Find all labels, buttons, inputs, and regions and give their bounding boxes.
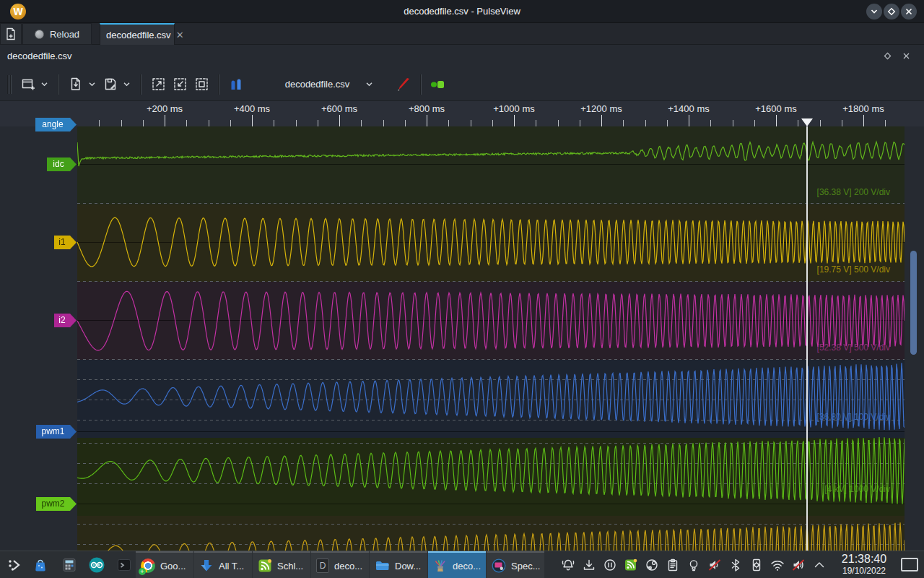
task-label: Goo... [160, 561, 186, 571]
news-feed-icon[interactable] [623, 558, 639, 572]
terminal-launcher[interactable] [116, 556, 133, 574]
download-badge-icon: + [139, 568, 146, 575]
ruler-label: +400 ms [223, 103, 281, 114]
arduino-launcher[interactable] [88, 556, 105, 574]
ruler-tick [514, 115, 515, 126]
channel-tag-i2[interactable]: i2 [54, 314, 77, 327]
task-chrome[interactable]: +Goo... [136, 551, 193, 578]
channel-tag-pwm2[interactable]: pwm2 [36, 497, 77, 511]
tab-close-icon[interactable]: ✕ [176, 30, 184, 40]
rss-feed-icon [258, 558, 272, 573]
ruler-tick [580, 120, 580, 126]
zoom-fit-button[interactable] [191, 74, 212, 95]
app-launcher-icon [6, 557, 22, 573]
ruler-tick [798, 120, 798, 126]
zoom-in-button[interactable] [147, 74, 169, 95]
ruler-tick [361, 120, 362, 126]
vertical-scrollbar[interactable] [910, 251, 917, 355]
task-folder[interactable]: Dow... [370, 551, 427, 578]
close-button[interactable] [901, 4, 917, 20]
dock-float-button[interactable] [881, 49, 894, 62]
calculator-launcher[interactable] [61, 556, 78, 574]
task-download-arrow[interactable]: All T... [194, 551, 252, 578]
titlebar: W decodedfile.csv - PulseView [0, 0, 924, 23]
discover-launcher[interactable] [32, 556, 49, 574]
open-file-dropdown[interactable] [87, 74, 97, 95]
device-name: decodedfile.csv [285, 79, 350, 90]
terminal-icon [116, 557, 132, 573]
notifications-icon[interactable] [560, 558, 576, 572]
reload-button[interactable]: Reload [22, 23, 92, 45]
tab-decodedfile[interactable]: decodedfile.csv ✕ [100, 23, 175, 45]
channel-tag-pwm1[interactable]: pwm1 [36, 425, 77, 439]
open-file-button[interactable] [65, 74, 87, 95]
downloads-icon[interactable] [581, 558, 597, 572]
device-select[interactable]: decodedfile.csv [266, 74, 393, 95]
new-view-dropdown[interactable] [39, 74, 49, 95]
ruler-tick [863, 115, 864, 126]
download-arrow-icon [199, 558, 214, 573]
trace-pwm2 [77, 437, 905, 504]
dock-close-button[interactable] [899, 49, 912, 62]
ruler-tick [383, 120, 384, 126]
volume-muted-icon[interactable] [707, 558, 723, 572]
task-document-d[interactable]: Ddeco... [311, 551, 369, 578]
ruler-tick [448, 120, 449, 126]
ruler-tick [339, 115, 340, 126]
wifi-icon[interactable] [770, 558, 785, 572]
task-spectacle[interactable]: Spec... [487, 551, 544, 578]
session-tabbar: Reload decodedfile.csv ✕ [0, 23, 924, 45]
ruler-tick [99, 120, 100, 126]
pulseview-window: W decodedfile.csv - PulseView Reload [0, 0, 924, 578]
new-session-button[interactable] [0, 23, 22, 45]
save-file-dropdown[interactable] [121, 74, 131, 95]
bluetooth-icon[interactable] [728, 558, 744, 572]
steam-icon[interactable] [644, 558, 660, 572]
channel-tag-angle[interactable]: angle [35, 118, 77, 131]
document-icon: D [316, 558, 329, 573]
kdeconnect-icon[interactable] [749, 558, 764, 572]
configure-device-button[interactable] [393, 74, 414, 95]
taskbar-clock[interactable]: 21:38:40 19/10/2022 [833, 553, 895, 576]
ruler-tick [492, 120, 493, 126]
discover-icon [32, 557, 48, 573]
cursor-marker[interactable] [801, 118, 813, 126]
channel-tag-i1[interactable]: i1 [54, 236, 77, 249]
ruler-tick [536, 120, 536, 126]
task-rss-feed[interactable]: Schl... [253, 551, 310, 578]
save-file-button[interactable] [100, 74, 121, 95]
clipboard-icon[interactable] [665, 558, 681, 572]
run-stop-button[interactable] [225, 74, 247, 95]
app-launcher-launcher[interactable] [6, 556, 23, 574]
trace-extra [77, 522, 905, 551]
ruler-label: +1000 ms [485, 103, 543, 114]
ruler-tick [318, 120, 318, 126]
show-desktop-button[interactable] [901, 558, 918, 571]
ruler-tick [165, 115, 165, 126]
minimize-button[interactable] [866, 4, 882, 20]
chevron-down-icon [870, 7, 879, 16]
trace-view[interactable]: [36.38 V] 200 V/div[19.75 V] 500 V/div[5… [77, 126, 905, 551]
taskbar: +Goo...All T...Schl...Ddeco...Dow...deco… [0, 551, 924, 578]
task-pulseview[interactable]: deco... [428, 551, 486, 578]
folder-icon [375, 558, 390, 573]
media-pause-icon[interactable] [602, 558, 618, 572]
mic-muted-icon[interactable] [790, 558, 806, 572]
ruler-label: +1400 ms [660, 103, 718, 114]
channels-button[interactable] [427, 74, 449, 95]
clock-date: 19/10/2022 [833, 566, 895, 576]
cursor-line[interactable] [806, 126, 808, 551]
ruler-tick [121, 120, 122, 126]
brightness-icon[interactable] [686, 558, 702, 572]
channel-tag-idc[interactable]: idc [47, 158, 77, 171]
ruler-tick [296, 120, 297, 126]
expand-tray-icon[interactable] [811, 558, 827, 572]
time-ruler[interactable]: +200 ms+400 ms+600 ms+800 ms+1000 ms+120… [0, 101, 924, 126]
trace-pwm1 [77, 363, 905, 430]
new-view-button[interactable] [17, 74, 39, 95]
dock-header: decodedfile.csv [0, 45, 924, 68]
maximize-button[interactable] [884, 4, 899, 20]
ruler-label: +200 ms [136, 103, 193, 114]
toolbar-drag-handle[interactable] [7, 75, 12, 94]
zoom-out-button[interactable] [169, 74, 191, 95]
